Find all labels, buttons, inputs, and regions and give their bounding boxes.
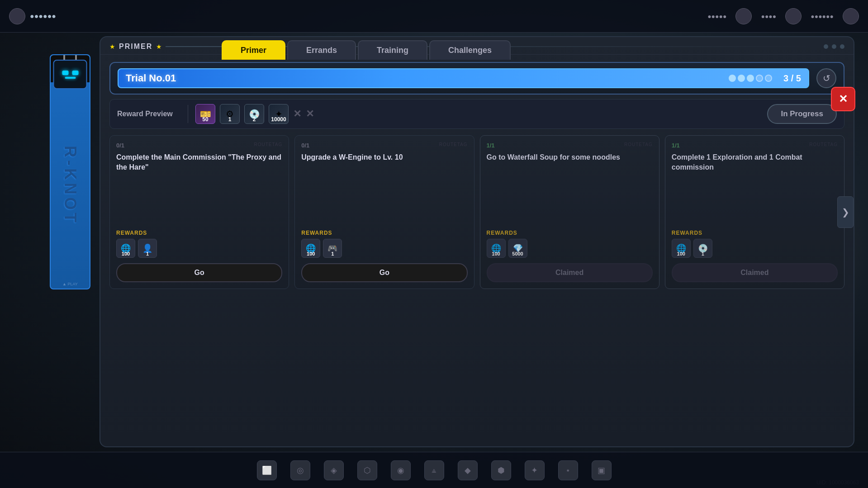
- card-1-tag: ROUTETAG: [254, 142, 282, 147]
- tab-challenges[interactable]: Challenges: [429, 40, 511, 60]
- card-4-action-button: Claimed: [672, 263, 838, 282]
- card-4-count-1: 100: [677, 251, 685, 256]
- top-bar: ●●●●●● ●●●●● ●●●● ●●●●●●: [0, 0, 868, 33]
- bottom-icon-11[interactable]: ▣: [592, 460, 612, 480]
- card-3-title: Go to Waterfall Soup for some noodles: [487, 152, 653, 230]
- card-4-reward-icon-2: 💿 1: [693, 239, 712, 258]
- bottom-icon-8[interactable]: ⬢: [491, 460, 511, 480]
- quest-card-1: 0/1 ROUTETAG Complete the Main Commissio…: [109, 135, 289, 289]
- tab-primer[interactable]: Primer: [222, 40, 285, 60]
- left-decoration: R-KNOT ▲ PLAY: [45, 45, 100, 443]
- trial-reset-button[interactable]: ↺: [816, 68, 836, 88]
- panel-header-title: PRIMER: [119, 43, 152, 51]
- bottom-icon-4[interactable]: ⬡: [357, 460, 377, 480]
- card-4-count-2: 1: [702, 251, 704, 256]
- reward-icon-3: 💿 2: [244, 104, 264, 124]
- header-star-left: ★: [109, 43, 115, 50]
- card-3-rewards-label: REWARDS: [487, 230, 653, 236]
- card-2-reward-icon-1: 🌐 100: [301, 239, 320, 258]
- tab-errands[interactable]: Errands: [287, 40, 356, 60]
- card-1-action-button[interactable]: Go: [116, 263, 282, 282]
- card-4-tag: ROUTETAG: [809, 142, 838, 147]
- reward-locked-1: ✕: [293, 108, 301, 120]
- top-bar-avatar: [9, 8, 25, 24]
- close-button[interactable]: ✕: [831, 87, 855, 111]
- bottom-icon-5[interactable]: ◉: [391, 460, 411, 480]
- card-3-tag: ROUTETAG: [624, 142, 653, 147]
- card-4-reward-icon-1: 🌐 100: [672, 239, 691, 258]
- card-2-reward-icon-2: 🎮 1: [323, 239, 342, 258]
- card-2-rewards-label: REWARDS: [301, 230, 467, 236]
- card-1-reward-icon-2: 👤 1: [138, 239, 157, 258]
- lanyard-text: R-KNOT: [62, 146, 78, 225]
- lanyard-hook: [63, 54, 77, 60]
- bottom-icon-7[interactable]: ◆: [458, 460, 478, 480]
- card-2-reward-items: 🌐 100 🎮 1: [301, 239, 467, 258]
- reward-icon-2: ⚙ 1: [220, 104, 240, 124]
- bottom-icon-3[interactable]: ◈: [324, 460, 344, 480]
- reward-icon-1: 🎫 50: [195, 104, 215, 124]
- reward-count-2: 1: [228, 116, 232, 123]
- reward-separator: [188, 105, 188, 123]
- reward-item-3: 💿 2: [244, 104, 264, 124]
- bottom-icon-6[interactable]: ⟁: [424, 460, 444, 480]
- reward-items: 🎫 50 ⚙ 1 💿 2 ✦: [195, 104, 760, 124]
- quest-card-3: 1/1 ROUTETAG Go to Waterfall Soup for so…: [480, 135, 659, 289]
- card-3-action-button: Claimed: [487, 263, 653, 282]
- reward-item-2: ⚙ 1: [220, 104, 240, 124]
- reward-locked-2: ✕: [306, 108, 314, 120]
- quest-card-2: 0/1 ROUTETAG Upgrade a W-Engine to Lv. 1…: [294, 135, 474, 289]
- trial-dot-4: [756, 75, 763, 82]
- top-bar-icon3[interactable]: [843, 8, 859, 24]
- reward-icon-4: ✦ 10000: [269, 104, 289, 124]
- bottom-icon-9[interactable]: ✦: [525, 460, 545, 480]
- lanyard-tag: R-KNOT ▲ PLAY: [50, 54, 90, 289]
- reward-count-4: 10000: [271, 116, 286, 123]
- reward-count-3: 2: [253, 116, 256, 123]
- bottom-bar: ⬜ ◎ ◈ ⬡ ◉ ⟁ ◆ ⬢ ✦ ⋆ ▣: [0, 452, 868, 488]
- robot-eye-left: [62, 71, 68, 75]
- card-3-reward-icon-2: 💎 5000: [508, 239, 527, 258]
- bottom-icon-1[interactable]: ⬜: [257, 460, 277, 480]
- card-3-reward-icon-1: 🌐 100: [487, 239, 506, 258]
- top-bar-info1: ●●●●●: [707, 13, 726, 20]
- card-2-count-1: 100: [307, 251, 315, 256]
- next-arrow-button[interactable]: ❯: [837, 196, 854, 228]
- card-3-reward-items: 🌐 100 💎 5000: [487, 239, 653, 258]
- card-2-tag: ROUTETAG: [439, 142, 468, 147]
- cards-row: 0/1 ROUTETAG Complete the Main Commissio…: [109, 135, 844, 289]
- next-arrow-icon: ❯: [842, 207, 849, 218]
- card-2-action-button[interactable]: Go: [301, 263, 467, 282]
- card-3-count-1: 100: [492, 251, 500, 256]
- card-4-title: Complete 1 Exploration and 1 Combat comm…: [672, 152, 838, 230]
- top-bar-icon1[interactable]: [735, 8, 752, 24]
- lanyard-bottom: ▲ PLAY: [51, 282, 90, 286]
- card-1-reward-icon-1: 🌐 100: [116, 239, 135, 258]
- card-1-reward-items: 🌐 100 👤 1: [116, 239, 282, 258]
- card-1-count-1: 100: [122, 251, 130, 256]
- reward-count-1: 50: [202, 116, 208, 123]
- bottom-icon-10[interactable]: ⋆: [558, 460, 578, 480]
- card-4-reward-items: 🌐 100 💿 1: [672, 239, 838, 258]
- reward-item-1: 🎫 50: [195, 104, 215, 124]
- card-4-rewards-label: REWARDS: [672, 230, 838, 236]
- card-1-title: Complete the Main Commission "The Proxy …: [116, 152, 282, 230]
- reward-preview: Reward Preview 🎫 50 ⚙ 1 💿: [109, 99, 844, 129]
- trial-bar-container: Trial No.01 3 / 5 ↺: [109, 62, 844, 95]
- reward-preview-label: Reward Preview: [117, 110, 180, 118]
- trial-dot-2: [738, 75, 745, 82]
- card-2-count-2: 1: [331, 251, 334, 256]
- in-progress-button: In Progress: [767, 104, 837, 124]
- tab-training[interactable]: Training: [358, 40, 427, 60]
- trial-title: Trial No.01: [126, 72, 176, 84]
- bottom-icon-2[interactable]: ◎: [290, 460, 310, 480]
- card-2-title: Upgrade a W-Engine to Lv. 10: [301, 152, 467, 230]
- top-bar-left: ●●●●●●: [9, 8, 56, 24]
- top-bar-icon2[interactable]: [785, 8, 802, 24]
- card-1-rewards-label: REWARDS: [116, 230, 282, 236]
- card-1-count-2: 1: [146, 251, 149, 256]
- main-panel: ★ PRIMER ★ Trial No.01 3 / 5 ↺ Reward Pr…: [100, 36, 854, 447]
- top-bar-username: ●●●●●●: [30, 12, 56, 20]
- reset-icon: ↺: [823, 73, 830, 84]
- reward-item-4: ✦ 10000: [269, 104, 289, 124]
